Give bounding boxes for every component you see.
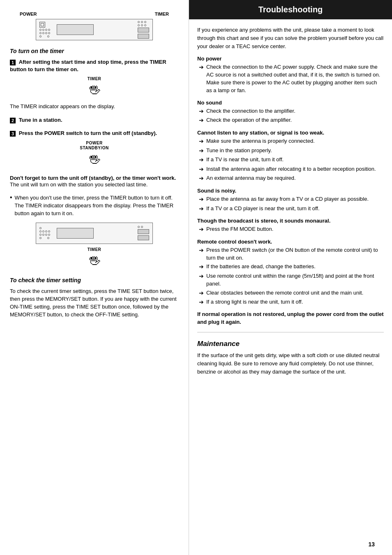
bullet-text: Press the POWER switch (or the ON button… [206, 246, 384, 262]
step1-header: 1 After setting the start time and stop … [10, 58, 179, 73]
hand-icon-timer2: 🖐︎ [89, 254, 100, 268]
timer-button-label: TIMER [88, 77, 101, 81]
top-device-diagram [36, 19, 153, 40]
trouble-bullet: ➔Make sure the antenna is properly conne… [197, 137, 384, 146]
device-dots-top [39, 29, 50, 31]
dot [42, 29, 44, 31]
trouble-section-title: Sound is noisy. [197, 188, 384, 194]
device-inner-box [41, 23, 44, 26]
top-device-area: POWER TIMER [10, 12, 179, 40]
trouble-section-title: No sound [197, 100, 384, 106]
step3-block: 3 Press the POWER switch to turn the uni… [10, 130, 179, 169]
arrow-icon: ➔ [199, 156, 204, 164]
right-column: Troubleshooting If you experience any pr… [189, 0, 392, 555]
bullet-text: Check the operation of the amplifier. [206, 116, 292, 124]
dot [45, 234, 47, 236]
trouble-section: Sound is noisy.➔Place the antenna as far… [197, 188, 384, 213]
dot [45, 230, 47, 232]
bullet-text: Check the connection to the AC power sup… [206, 63, 384, 94]
step1-text: After setting the start time and stop ti… [10, 59, 166, 72]
trouble-section: No sound➔Check the connection to the amp… [197, 100, 384, 125]
divider [197, 332, 384, 332]
dot [39, 32, 42, 34]
bottom-device-area: TIMER 🖐︎ [10, 223, 179, 270]
arrow-icon: ➔ [199, 195, 204, 204]
arrow-icon: ➔ [199, 107, 204, 116]
arrow-icon: ➔ [199, 225, 204, 234]
trouble-bullet: ➔If a TV is near the unit, turn it off. [197, 156, 384, 164]
arrow-icon: ➔ [199, 116, 204, 125]
trouble-bullet: ➔If a TV or a CD player is near the unit… [197, 205, 384, 213]
dot [141, 21, 143, 23]
arrow-icon: ➔ [199, 263, 204, 271]
timer-label: TIMER [155, 12, 169, 16]
trouble-section: Cannot listen to any station, or signal … [197, 130, 384, 183]
left-column: POWER TIMER [0, 0, 189, 555]
trouble-bullet: ➔Check the connection to the AC power su… [197, 63, 384, 94]
dot [39, 230, 42, 232]
spacer [42, 35, 46, 37]
arrow-icon: ➔ [199, 165, 204, 174]
timer-label-bottom: TIMER [88, 247, 101, 252]
bullet-text: Use remote control unit within the range… [206, 272, 384, 288]
dot [39, 29, 42, 31]
trouble-bullet: ➔If the batteries are dead, change the b… [197, 263, 384, 271]
bullet-text: Make sure the antenna is properly connec… [206, 137, 315, 145]
dot [48, 230, 50, 232]
device-right-section2 [138, 226, 149, 240]
dot [39, 237, 42, 239]
trouble-section: Remote control doesn't work.➔Press the P… [197, 239, 384, 307]
small-rect2 [138, 34, 149, 39]
trouble-section: No power➔Check the connection to the AC … [197, 56, 384, 94]
step1-num: 1 [10, 60, 16, 65]
check-section-heading: To check the timer setting [10, 277, 179, 283]
intro-text: If you experience any problems with the … [197, 26, 384, 51]
device-dots-mid2 [39, 234, 50, 236]
device-left-section [39, 22, 50, 37]
page-number-area: 13 [368, 541, 385, 548]
arrow-icon: ➔ [199, 298, 204, 307]
small-rect1 [138, 28, 149, 33]
trouble-bullet: ➔Clear obstacles between the remote cont… [197, 289, 384, 297]
power-label: POWER [20, 12, 37, 16]
small-rect4 [138, 235, 149, 240]
right-dots [138, 21, 149, 23]
bullet-text: An external antenna may be required. [206, 174, 296, 182]
bullet-text: If the batteries are dead, change the ba… [206, 263, 316, 271]
arrow-icon: ➔ [199, 246, 204, 255]
bullet-text: If a strong light is near the unit, turn… [206, 298, 303, 306]
device-right-section [138, 21, 149, 39]
dot [47, 35, 49, 37]
dot [144, 24, 146, 26]
troubleshooting-header: Troubleshooting [189, 0, 392, 19]
device-dots-mid [39, 32, 50, 34]
dot [138, 226, 140, 228]
bullet-text: If a TV is near the unit, turn it off. [206, 156, 284, 164]
dot [42, 32, 44, 34]
trouble-bullet: ➔Press the FM MODE button. [197, 225, 384, 234]
timer-button-wrap2: TIMER 🖐︎ [82, 247, 107, 270]
bullet-text: If a TV or a CD player is near the unit,… [206, 205, 320, 213]
dot [138, 21, 140, 23]
arrow-icon: ➔ [199, 63, 204, 72]
bullet-text: Press the FM MODE button. [206, 225, 273, 233]
device-left-section2 [39, 227, 50, 239]
bottom-device-diagram [36, 223, 153, 244]
warning-box: Don't forget to turn the unit off (stand… [10, 175, 179, 189]
dot [45, 29, 47, 31]
dot [138, 24, 140, 26]
left-dots-top [39, 227, 50, 229]
device-center-rect2 [57, 228, 94, 239]
bold-notice: If normal operation is not restored, unp… [197, 311, 384, 326]
right-dots3 [138, 226, 149, 228]
arrow-icon: ➔ [199, 137, 204, 146]
arrow-icon: ➔ [199, 272, 204, 281]
trouble-bullet: ➔If a strong light is near the unit, tur… [197, 298, 384, 307]
dot [141, 24, 143, 26]
bullet-text: Tune in the station properly. [206, 147, 272, 155]
right-rects2 [138, 229, 149, 240]
dot [48, 29, 50, 31]
step2-text: Tune in a station. [19, 117, 62, 123]
bullet-text: Check the connection to the amplifier. [206, 107, 295, 115]
trouble-bullet: ➔An external antenna may be required. [197, 174, 384, 183]
